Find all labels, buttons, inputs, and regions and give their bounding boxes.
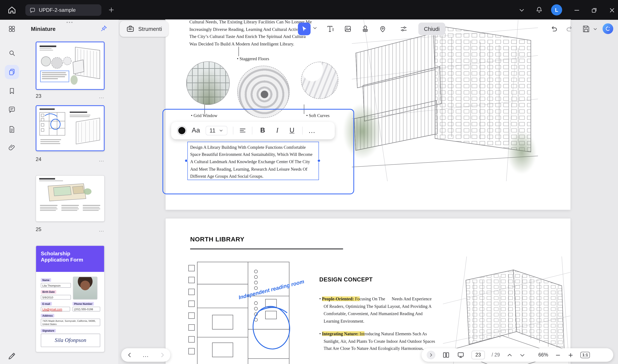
ai-swirl-icon: [604, 25, 611, 32]
apps-menu-button[interactable]: [5, 22, 19, 36]
bullet-marker: •: [319, 331, 321, 336]
chevron-down-icon: [593, 26, 598, 32]
resize-handle-left[interactable]: [185, 159, 188, 162]
prev-page-button[interactable]: [126, 352, 133, 358]
italic-button[interactable]: I: [273, 127, 282, 135]
text-color-swatch[interactable]: [178, 126, 186, 135]
document-tab[interactable]: UPDF-2-sample: [25, 4, 101, 16]
notifications-button[interactable]: [535, 6, 543, 14]
maximize-button[interactable]: [591, 7, 598, 14]
paragraph-line: Cultural Needs, The Existing Library Fac…: [189, 20, 312, 26]
location-tool-button[interactable]: [376, 23, 389, 35]
pin-panel-button[interactable]: [100, 25, 107, 32]
app-window: UPDF-2-sample L: [0, 0, 618, 364]
stamp-icon: [361, 25, 369, 33]
plus-icon: [108, 6, 115, 13]
save-options-chevron[interactable]: [593, 26, 598, 32]
titlebar-collapse-button[interactable]: [518, 7, 525, 14]
bookmarks-button[interactable]: [5, 84, 19, 98]
page-thumbnail-form[interactable]: Scholarship Application Form Name Lila T…: [36, 246, 105, 352]
minimize-icon: [573, 7, 580, 14]
page-thumbnail-25[interactable]: [36, 175, 105, 222]
thumbnails-panel: Miniature: [24, 20, 119, 364]
close-button[interactable]: [609, 7, 616, 14]
page-number-input[interactable]: [471, 351, 485, 360]
image-tool-button[interactable]: [341, 23, 354, 35]
form-field-value: 7425 Maple Avenue, Sunnyvale, California…: [42, 319, 99, 326]
grid-icon: [8, 25, 16, 33]
chevron-down-icon: [519, 352, 525, 358]
previous-page-chevron-button[interactable]: [507, 352, 513, 358]
bullet-bold: People-Oriented:: [322, 297, 354, 301]
select-tool-chevron[interactable]: [312, 25, 318, 31]
minus-icon: [555, 352, 561, 358]
form-signature-value: Sila Ofonpson: [55, 337, 86, 344]
bullet-item: • Integrating Nature: Introducing Natura…: [319, 330, 437, 352]
actual-size-button[interactable]: 1:1: [580, 352, 590, 358]
more-formatting-button[interactable]: …: [308, 127, 316, 135]
page-thumbnail-23[interactable]: [36, 42, 105, 90]
zoom-out-button[interactable]: [555, 352, 561, 358]
page-thumbnail-24[interactable]: [36, 105, 105, 151]
comments-button[interactable]: [5, 103, 19, 117]
align-left-icon: [239, 127, 246, 134]
bold-button[interactable]: B: [258, 127, 268, 135]
stamp-tool-button[interactable]: [359, 23, 372, 35]
resize-handle-right[interactable]: [317, 159, 321, 162]
plus-icon: [568, 352, 574, 358]
page-menu-button[interactable]: …: [99, 156, 105, 163]
presentation-button[interactable]: [457, 351, 465, 359]
bullet-bold: Integrating Nature:: [322, 331, 358, 336]
next-page-button[interactable]: [159, 352, 165, 358]
form-field-label: Address: [41, 314, 54, 317]
attachments-button[interactable]: [5, 140, 19, 155]
select-tool-button[interactable]: [298, 23, 311, 35]
save-button[interactable]: [581, 25, 590, 33]
align-button[interactable]: [239, 127, 246, 134]
tab-title: UPDF-2-sample: [39, 7, 76, 13]
adjust-tool-button[interactable]: [398, 23, 410, 35]
font-style-button[interactable]: Aa: [192, 127, 200, 135]
underline-button[interactable]: U: [287, 127, 297, 135]
reader-mode-button[interactable]: [442, 351, 450, 359]
tool-rail: [0, 20, 24, 364]
text-tool-button[interactable]: [324, 23, 337, 35]
thumbnail-25-preview: [36, 176, 104, 221]
redo-icon: [565, 25, 574, 33]
form-field-value: Lila@gmail.com: [42, 308, 62, 311]
search-button[interactable]: [5, 46, 19, 60]
page-menu-button[interactable]: …: [99, 93, 105, 100]
zoom-in-button[interactable]: [568, 352, 574, 358]
collapse-bar-button[interactable]: [426, 351, 435, 360]
thumbnails-button[interactable]: [5, 65, 19, 79]
minimize-button[interactable]: [573, 7, 580, 14]
forms-button[interactable]: [5, 122, 19, 136]
close-tools-button[interactable]: Chiudi: [418, 23, 445, 35]
redo-button[interactable]: [565, 25, 574, 33]
pushpin-icon: [100, 25, 107, 32]
restore-icon: [591, 7, 598, 14]
font-size-select[interactable]: 11: [206, 126, 227, 135]
text-annotation-box[interactable]: Design A Library Building With Complete …: [187, 142, 319, 180]
home-button[interactable]: [7, 5, 16, 14]
screen-icon: [457, 351, 465, 359]
new-tab-button[interactable]: [108, 6, 115, 13]
next-page-chevron-button[interactable]: [519, 352, 525, 358]
form-field-value: 5/9/2010: [42, 296, 53, 299]
paragraph-line: The City’s Cultural Taste And Enrich The…: [189, 33, 312, 40]
signature-pen-button[interactable]: [5, 348, 19, 362]
page-menu-button[interactable]: …: [99, 226, 105, 233]
chevron-down-icon: [219, 128, 223, 133]
user-avatar[interactable]: L: [551, 4, 562, 15]
tools-button[interactable]: Strumenti: [120, 21, 168, 37]
image-soft-curves[interactable]: [301, 62, 338, 99]
zoom-level-button[interactable]: 66%: [538, 352, 548, 358]
page-nav-pill: …: [121, 348, 170, 362]
page-number-label: 23: [36, 93, 41, 100]
ai-assistant-button[interactable]: [603, 23, 613, 34]
image-grid-window[interactable]: [186, 61, 230, 105]
bullet-highlight-tail: Int: [358, 331, 365, 336]
undo-button[interactable]: [549, 25, 558, 33]
page-nav-more-button[interactable]: …: [142, 351, 149, 358]
paperclip-icon: [8, 144, 16, 152]
